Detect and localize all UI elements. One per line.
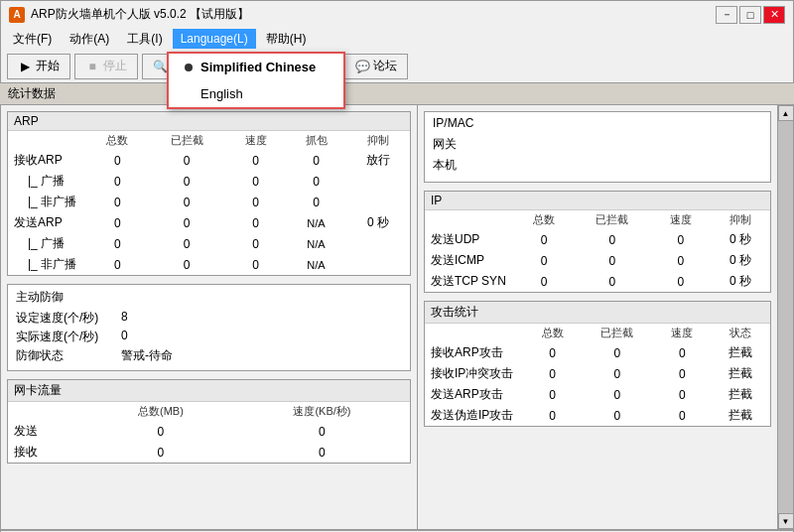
dropdown-item-english[interactable]: English	[169, 80, 343, 107]
forum-icon: 💬	[355, 60, 369, 73]
table-row: 发送 0 0	[8, 421, 410, 442]
arp-send-na: N/A	[286, 212, 346, 233]
ipmac-title: IP/MAC	[433, 116, 762, 130]
scan-icon: 🔍	[153, 60, 167, 73]
table-row: 发送UDP 0 0 0 0 秒	[425, 229, 770, 250]
attack-recv-arp-label: 接收ARP攻击	[425, 342, 524, 363]
play-icon: ▶	[18, 60, 32, 73]
attack-header-total: 总数	[524, 324, 581, 342]
arp-recv-capture: 0	[286, 150, 346, 171]
scroll-up-button[interactable]: ▲	[778, 105, 794, 121]
menu-file[interactable]: 文件(F)	[5, 29, 60, 49]
arp-table: 总数 已拦截 速度 抓包 抑制 接收ARP 0 0 0	[8, 131, 410, 275]
stop-icon: ■	[85, 60, 99, 73]
arp-recv-blocked: 0	[148, 150, 225, 171]
attack-recv-ip-label: 接收IP冲突攻击	[425, 363, 524, 384]
ipmac-local-row: 本机	[433, 157, 762, 174]
scroll-track[interactable]	[778, 121, 793, 513]
defense-speed-set-label: 设定速度(个/秒)	[16, 310, 105, 327]
table-row: 接收IP冲突攻击 0 0 0 拦截	[425, 363, 770, 384]
traffic-send-total: 0	[87, 421, 234, 442]
scrollbar[interactable]: ▲ ▼	[777, 105, 793, 529]
ip-icmp-label: 发送ICMP	[425, 250, 514, 271]
defense-row-speed-set: 设定速度(个/秒) 8	[16, 310, 402, 327]
dropdown-item-chinese[interactable]: Simplified Chinese	[169, 54, 343, 80]
table-row: 接收 0 0	[8, 442, 410, 463]
ipmac-gateway-label: 网关	[433, 136, 472, 153]
ip-tcpsyn-label: 发送TCP SYN	[425, 271, 514, 292]
app-icon: A	[9, 7, 25, 23]
defense-section: 主动防御 设定速度(个/秒) 8 实际速度(个/秒) 0 防御状态 警戒-待命	[7, 284, 411, 371]
main-content: ARP 总数 已拦截 速度 抓包 抑制	[0, 105, 794, 530]
attack-header-speed: 速度	[654, 324, 711, 342]
traffic-section: 网卡流量 总数(MB) 速度(KB/秒) 发送 0 0	[7, 379, 411, 464]
arp-header-speed: 速度	[225, 131, 286, 150]
attack-header-blocked: 已拦截	[581, 324, 654, 342]
ip-header-blocked: 已拦截	[574, 210, 651, 229]
menu-language[interactable]: Language(L)	[173, 29, 256, 49]
right-panel: IP/MAC 网关 本机 IP 总数	[418, 105, 777, 529]
table-row: 接收ARP攻击 0 0 0 拦截	[425, 342, 770, 363]
arp-recv-ucast-label: |_ 非广播	[8, 192, 87, 212]
arp-send-ucast-label: |_ 非广播	[8, 254, 87, 275]
ip-header-suppress: 抑制	[711, 210, 770, 229]
defense-status-value: 警戒-待命	[121, 347, 173, 364]
scroll-down-button[interactable]: ▼	[778, 513, 794, 529]
arp-recv-total: 0	[87, 150, 148, 171]
table-row: 发送ARP 0 0 0 N/A 0 秒	[8, 212, 410, 233]
defense-row-status: 防御状态 警戒-待命	[16, 347, 402, 364]
attack-section: 攻击统计 总数 已拦截 速度 状态 接收ARP攻击	[424, 301, 771, 427]
arp-section: ARP 总数 已拦截 速度 抓包 抑制	[7, 111, 411, 276]
toolbar: ▶ 开始 ■ 停止 🔍 扫描 ⚙ 设置 ↩ 退出 💬 论坛	[0, 50, 794, 83]
ip-header-total: 总数	[514, 210, 574, 229]
arp-header-capture: 抓包	[286, 131, 346, 150]
minimize-button[interactable]: －	[716, 6, 737, 24]
traffic-recv-total: 0	[87, 442, 234, 463]
traffic-title: 网卡流量	[8, 380, 410, 402]
window-controls: － □ ✕	[716, 6, 785, 24]
ip-table: 总数 已拦截 速度 抑制 发送UDP 0 0 0 0 秒	[425, 210, 770, 292]
ip-title: IP	[425, 192, 770, 210]
menu-action[interactable]: 动作(A)	[62, 29, 117, 49]
arp-recv-label: 接收ARP	[8, 150, 87, 171]
traffic-recv-label: 接收	[8, 442, 87, 463]
app-title: ARP防火墙单机个人版 v5.0.2 【试用版】	[31, 6, 249, 23]
arp-recv-suppress: 放行	[346, 150, 410, 171]
attack-header-status: 状态	[711, 324, 770, 342]
forum-button[interactable]: 💬 论坛	[344, 54, 408, 79]
menu-tools[interactable]: 工具(I)	[119, 29, 170, 49]
traffic-table: 总数(MB) 速度(KB/秒) 发送 0 0 接收 0	[8, 402, 410, 463]
table-row: |_ 非广播 0 0 0 0	[8, 192, 410, 212]
arp-send-bcast-label: |_ 广播	[8, 233, 87, 254]
table-row: 发送TCP SYN 0 0 0 0 秒	[425, 271, 770, 292]
ip-header-speed: 速度	[651, 210, 711, 229]
menu-bar: 文件(F) 动作(A) 工具(I) Language(L) 帮助(H)	[0, 28, 794, 50]
maximize-button[interactable]: □	[739, 6, 761, 24]
language-dropdown: Simplified Chinese English	[167, 52, 345, 109]
defense-title: 主动防御	[16, 289, 402, 306]
defense-speed-actual-value: 0	[121, 329, 128, 345]
arp-header-total: 总数	[87, 131, 148, 150]
table-row: 发送伪造IP攻击 0 0 0 拦截	[425, 405, 770, 426]
ipmac-gateway-row: 网关	[433, 136, 762, 153]
ip-section: IP 总数 已拦截 速度 抑制 发送UDP	[424, 191, 771, 293]
attack-send-arp-label: 发送ARP攻击	[425, 384, 524, 405]
traffic-header-speed: 速度(KB/秒)	[234, 402, 410, 421]
table-row: 发送ICMP 0 0 0 0 秒	[425, 250, 770, 271]
close-button[interactable]: ✕	[763, 6, 785, 24]
arp-header-suppress: 抑制	[346, 131, 410, 150]
selected-indicator	[185, 64, 193, 71]
menu-help[interactable]: 帮助(H)	[258, 29, 315, 49]
attack-send-fakeip-label: 发送伪造IP攻击	[425, 405, 524, 426]
arp-recv-bcast-label: |_ 广播	[8, 171, 87, 192]
ipmac-section: IP/MAC 网关 本机	[424, 111, 771, 183]
table-row: |_ 广播 0 0 0 0	[8, 171, 410, 192]
left-panel: ARP 总数 已拦截 速度 抓包 抑制	[1, 105, 418, 529]
title-bar: A ARP防火墙单机个人版 v5.0.2 【试用版】 － □ ✕	[0, 0, 794, 28]
table-row: |_ 非广播 0 0 0 N/A	[8, 254, 410, 275]
table-row: |_ 广播 0 0 0 N/A	[8, 233, 410, 254]
start-button[interactable]: ▶ 开始	[7, 54, 70, 79]
defense-row-speed-actual: 实际速度(个/秒) 0	[16, 329, 402, 345]
stop-button[interactable]: ■ 停止	[74, 54, 138, 79]
arp-header-blocked: 已拦截	[148, 131, 225, 150]
